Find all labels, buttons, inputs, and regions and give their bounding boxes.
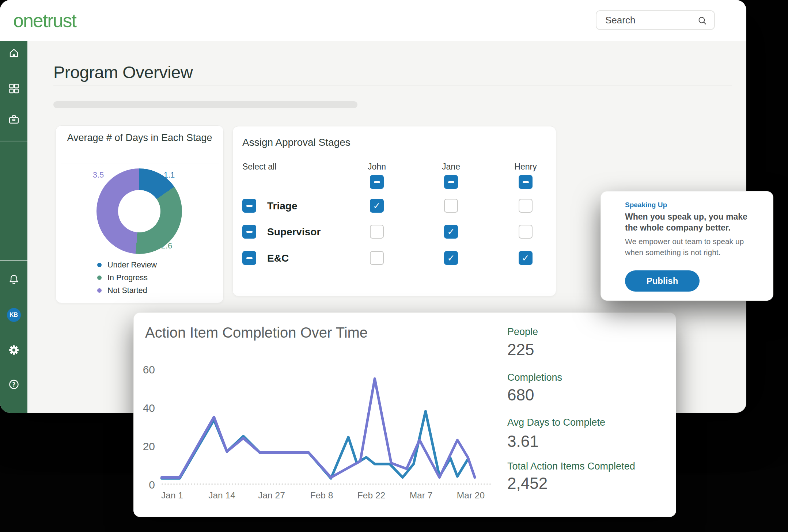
search-input[interactable] <box>605 14 690 26</box>
select-all-label: Select all <box>242 162 276 172</box>
checkbox-triage-henry[interactable] <box>519 199 533 213</box>
home-icon[interactable] <box>8 47 20 61</box>
stat-value: 3.61 <box>507 432 539 451</box>
app-header: onetrust <box>0 0 746 41</box>
x-axis-label: Jan 1 <box>161 490 183 501</box>
column-header-john: John <box>368 162 386 172</box>
search-icon <box>697 16 708 26</box>
stat-label: People <box>507 326 538 338</box>
action-item-card: Action Item Completion Over Time 60 40 2… <box>133 312 676 517</box>
x-axis-label: Jan 14 <box>208 490 235 501</box>
publish-button[interactable]: Publish <box>625 270 700 292</box>
publish-button-label: Publish <box>647 276 678 286</box>
select-all-checkbox-john[interactable] <box>370 175 384 189</box>
loading-bar <box>53 101 357 108</box>
approval-row-supervisor: Supervisor <box>233 225 556 239</box>
stage-select-checkbox-ec[interactable] <box>242 251 256 265</box>
checkbox-supervisor-jane[interactable] <box>444 225 458 239</box>
sidebar-divider-top <box>0 141 27 141</box>
donut-chart-title: Average # of Days in Each Stage <box>56 132 223 144</box>
checkbox-triage-john[interactable] <box>370 199 384 213</box>
stage-label: E&C <box>267 252 289 264</box>
legend-item: Under Review <box>97 260 157 270</box>
search-box[interactable] <box>596 10 715 30</box>
legend-label: Not Started <box>107 286 147 295</box>
speaking-up-tag: Speaking Up <box>625 201 667 209</box>
checkbox-ec-jane[interactable] <box>444 251 458 265</box>
legend-item: In Progress <box>97 273 148 282</box>
x-axis-label: Feb 22 <box>357 490 385 501</box>
checkbox-ec-john[interactable] <box>370 251 384 265</box>
assign-approval-card: Assign Approval Stages Select all John J… <box>232 126 556 296</box>
checkbox-supervisor-john[interactable] <box>370 225 384 239</box>
briefcase-icon[interactable] <box>8 113 20 127</box>
approval-row-ec: E&C <box>233 251 556 265</box>
donut-value-under-review: 1.1 <box>158 170 180 180</box>
donut-value-in-progress: 2.6 <box>156 241 178 251</box>
notifications-bell-icon[interactable] <box>8 273 20 287</box>
checkbox-supervisor-henry[interactable] <box>519 225 533 239</box>
stat-value: 680 <box>507 386 534 404</box>
speaking-up-body: We empower out team to speak up when som… <box>625 236 757 258</box>
stat-value: 2,452 <box>507 474 548 493</box>
approval-row-triage: Triage <box>233 199 556 213</box>
stage-select-checkbox-triage[interactable] <box>242 199 256 213</box>
select-all-checkbox-jane[interactable] <box>444 175 458 189</box>
stat-label: Avg Days to Complete <box>507 417 605 428</box>
legend-label: Under Review <box>107 261 157 270</box>
user-avatar[interactable]: KB <box>7 308 21 322</box>
sidebar: KB ? <box>0 41 27 413</box>
svg-text:?: ? <box>12 381 15 388</box>
speaking-up-card: Speaking Up When you speak up, you make … <box>601 191 773 301</box>
select-all-checkbox-henry[interactable] <box>519 175 533 189</box>
donut-value-not-started: 3.5 <box>87 170 109 180</box>
x-axis-label: Mar 7 <box>410 490 433 501</box>
speaking-up-heading: When you speak up, you make the whole co… <box>625 211 757 233</box>
approval-card-title: Assign Approval Stages <box>242 137 351 148</box>
donut-hole <box>118 190 160 232</box>
checkbox-triage-jane[interactable] <box>444 199 458 213</box>
avg-days-card: Average # of Days in Each Stage 3.5 1.1 … <box>56 125 224 303</box>
column-header-henry: Henry <box>514 162 537 172</box>
stat-value: 225 <box>507 341 534 359</box>
stat-label: Total Action Items Completed <box>507 461 635 472</box>
column-header-jane: Jane <box>442 162 460 172</box>
line-chart-svg <box>134 313 677 517</box>
legend-label: In Progress <box>107 273 148 282</box>
legend-item: Not Started <box>97 286 147 295</box>
title-divider <box>53 86 732 86</box>
settings-gear-icon[interactable] <box>8 344 20 358</box>
approval-header-divider <box>242 193 483 193</box>
legend-dot-in-progress <box>97 276 102 280</box>
stat-label: Completions <box>507 372 562 383</box>
checkbox-ec-henry[interactable] <box>519 251 533 265</box>
legend-dot-not-started <box>97 288 102 293</box>
x-axis-label: Jan 27 <box>258 490 285 501</box>
apps-grid-icon[interactable] <box>8 82 20 96</box>
legend-dot-under-review <box>97 263 102 267</box>
x-axis-label: Mar 20 <box>457 490 485 501</box>
page-title: Program Overview <box>53 62 193 82</box>
sidebar-divider-bottom <box>0 260 27 261</box>
brand-logo: onetrust <box>13 10 76 31</box>
x-axis-label: Feb 8 <box>310 490 333 501</box>
donut-card-divider <box>61 163 219 163</box>
stage-select-checkbox-supervisor[interactable] <box>242 225 256 239</box>
help-icon[interactable]: ? <box>8 378 20 392</box>
stage-label: Triage <box>267 200 297 212</box>
stage-label: Supervisor <box>267 226 321 238</box>
